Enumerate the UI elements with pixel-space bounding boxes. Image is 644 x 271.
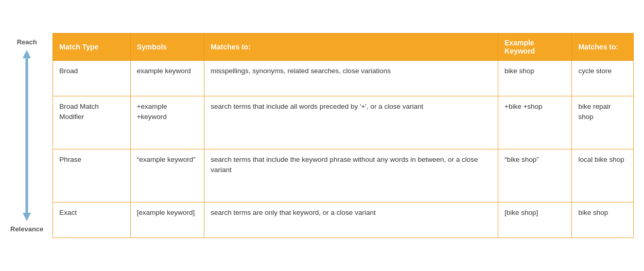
table-cell-r3-c1: [example keyword] xyxy=(130,202,204,238)
bidirectional-arrow-icon xyxy=(20,48,34,223)
table-cell-r0-c0: Broad xyxy=(53,61,130,96)
table-cell-r3-c2: search terms are only that keyword, or a… xyxy=(204,202,498,238)
table-cell-r0-c2: misspellings, synonyms, related searches… xyxy=(204,61,498,96)
table-cell-r2-c4: local bike shop xyxy=(572,149,634,202)
col-header-match-type: Match Type xyxy=(53,33,130,61)
arrow-shaft xyxy=(20,46,34,225)
table-row: Phrase“example keyword”search terms that… xyxy=(53,149,634,202)
table-cell-r2-c0: Phrase xyxy=(53,149,130,202)
table-cell-r2-c2: search terms that include the keyword ph… xyxy=(204,149,498,202)
table-cell-r3-c3: [bike shop] xyxy=(498,202,572,238)
reach-relevance-arrow: Reach Relevance xyxy=(10,33,43,238)
match-type-table: Match Type Symbols Matches to: Example K… xyxy=(53,33,634,238)
table-cell-r0-c3: bike shop xyxy=(498,61,572,96)
relevance-label: Relevance xyxy=(10,225,43,233)
table-cell-r1-c3: +bike +shop xyxy=(498,96,572,149)
reach-label: Reach xyxy=(17,38,37,46)
table-cell-r0-c4: cycle store xyxy=(572,61,634,96)
table-cell-r1-c1: +example +keyword xyxy=(130,96,204,149)
table-cell-r1-c0: Broad Match Modifier xyxy=(53,96,130,149)
table-row: Exact[example keyword]search terms are o… xyxy=(53,202,634,238)
page-container: Reach Relevance xyxy=(10,33,634,238)
svg-marker-4 xyxy=(23,213,31,221)
table-cell-r3-c0: Exact xyxy=(53,202,130,238)
table-row: Broadexample keywordmisspellings, synony… xyxy=(53,61,634,96)
col-header-symbols: Symbols xyxy=(130,33,204,61)
col-header-example-keyword: Example Keyword xyxy=(498,33,572,61)
table-header-row: Match Type Symbols Matches to: Example K… xyxy=(53,33,634,61)
table-row: Broad Match Modifier+example +keywordsea… xyxy=(53,96,634,149)
col-header-matches-to-2: Matches to: xyxy=(572,33,634,61)
svg-marker-3 xyxy=(23,50,31,58)
col-header-matches-to-1: Matches to: xyxy=(204,33,498,61)
table-cell-r1-c2: search terms that include all words prec… xyxy=(204,96,498,149)
table-cell-r0-c1: example keyword xyxy=(130,61,204,96)
table-cell-r2-c3: “bike shop” xyxy=(498,149,572,202)
table-cell-r2-c1: “example keyword” xyxy=(130,149,204,202)
table-cell-r1-c4: bike repair shop xyxy=(572,96,634,149)
table-cell-r3-c4: bike shop xyxy=(572,202,634,238)
